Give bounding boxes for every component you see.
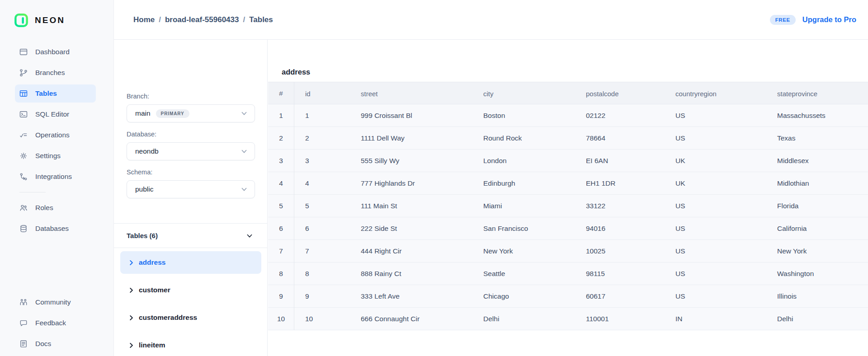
- database-select[interactable]: neondb: [127, 142, 255, 160]
- table-list: address customer customeraddress lineite…: [114, 251, 267, 356]
- column-header-street: street: [350, 90, 472, 98]
- sidebar-item-databases[interactable]: Databases: [15, 220, 96, 238]
- neon-logo-icon: [14, 14, 28, 27]
- table-row: 4 4 777 Highlands Dr Edinburgh EH1 1DR U…: [268, 172, 868, 195]
- cell-id: 1: [294, 112, 350, 120]
- cell-stateprovince: Delhi: [766, 315, 868, 323]
- database-icon: [19, 224, 28, 233]
- column-header-postalcode: postalcode: [575, 90, 665, 98]
- sidebar-item-community[interactable]: Community: [15, 293, 96, 311]
- cell-postalcode: 98115: [575, 270, 665, 278]
- table-list-item-customeraddress[interactable]: customeraddress: [120, 306, 261, 329]
- plan-badge: FREE: [770, 15, 796, 25]
- row-index: 2: [268, 127, 294, 150]
- chevron-right-icon: [128, 259, 135, 266]
- cell-id: 5: [294, 202, 350, 210]
- cell-countryregion: UK: [665, 157, 766, 165]
- database-label: Database:: [127, 131, 255, 139]
- page-title: address: [282, 68, 868, 79]
- sidebar-item-integrations[interactable]: Integrations: [15, 168, 96, 186]
- sidebar-item-roles[interactable]: Roles: [15, 199, 96, 217]
- cell-city: Chicago: [472, 292, 575, 300]
- sidebar-item-feedback[interactable]: Feedback: [15, 314, 96, 332]
- table-list-item-address[interactable]: address: [120, 251, 261, 274]
- sidebar-footer: Community Feedback Docs: [0, 292, 113, 356]
- sidebar-item-label: Branches: [35, 69, 65, 77]
- sidebar-divider: [19, 192, 46, 192]
- column-header-stateprovince: stateprovince: [766, 90, 868, 98]
- cell-street: 666 Connaught Cir: [350, 315, 472, 323]
- cell-stateprovince: New York: [766, 247, 868, 255]
- cell-id: 6: [294, 225, 350, 233]
- dashboard-icon: [19, 47, 28, 56]
- row-index: 7: [268, 240, 294, 262]
- cell-city: London: [472, 157, 575, 165]
- schema-value: public: [135, 185, 154, 193]
- cell-postalcode: EH1 1DR: [575, 179, 665, 187]
- primary-branch-badge: PRIMARY: [156, 109, 189, 118]
- table-list-item-lineitem[interactable]: lineitem: [120, 334, 261, 356]
- sidebar-item-sql-editor[interactable]: SQL Editor: [15, 105, 96, 123]
- row-index: 10: [268, 308, 294, 330]
- cell-stateprovince: Massachussets: [766, 112, 868, 120]
- top-header: Home / broad-leaf-55960433 / Tables FREE…: [114, 0, 868, 40]
- cell-postalcode: 33122: [575, 202, 665, 210]
- row-index: 3: [268, 150, 294, 172]
- breadcrumb-home[interactable]: Home: [133, 15, 155, 24]
- branch-label: Branch:: [127, 93, 255, 101]
- brand-wordmark: NEON: [35, 15, 65, 25]
- sidebar-item-operations[interactable]: Operations: [15, 126, 96, 144]
- sidebar-item-tables[interactable]: Tables: [15, 84, 96, 103]
- cell-city: Miami: [472, 202, 575, 210]
- table-list-item-customer[interactable]: customer: [120, 279, 261, 301]
- cell-countryregion: US: [665, 270, 766, 278]
- table-name: customer: [139, 286, 170, 294]
- chevron-down-icon: [240, 185, 248, 193]
- sidebar-item-dashboard[interactable]: Dashboard: [15, 43, 96, 61]
- database-value: neondb: [135, 147, 159, 155]
- cell-countryregion: US: [665, 134, 766, 142]
- table-row: 3 3 555 Silly Wy London EI 6AN UK Middle…: [268, 150, 868, 172]
- upgrade-to-pro-link[interactable]: Upgrade to Pro: [802, 15, 856, 24]
- breadcrumb-separator: /: [243, 15, 245, 24]
- table-row: 7 7 444 Right Cir New York 10025 US New …: [268, 240, 868, 262]
- cell-city: Edinburgh: [472, 179, 575, 187]
- row-index: 8: [268, 262, 294, 285]
- cell-stateprovince: Washington: [766, 270, 868, 278]
- branch-select[interactable]: main PRIMARY: [127, 104, 255, 122]
- gear-icon: [19, 151, 28, 160]
- sidebar-item-label: Tables: [35, 89, 57, 98]
- sidebar-item-label: Integrations: [35, 173, 72, 181]
- table-name: lineitem: [139, 341, 165, 349]
- tables-section-header[interactable]: Tables (6): [114, 223, 267, 248]
- table-row: 9 9 333 Left Ave Chicago 60617 US Illino…: [268, 285, 868, 308]
- column-header-index: #: [268, 82, 294, 105]
- speech-bubble-icon: [19, 319, 28, 328]
- sidebar-item-label: Community: [35, 298, 71, 306]
- table-row: 8 8 888 Rainy Ct Seattle 98115 US Washin…: [268, 262, 868, 285]
- row-index: 9: [268, 285, 294, 308]
- table-name: address: [139, 258, 165, 267]
- cell-id: 2: [294, 134, 350, 142]
- chevron-right-icon: [128, 314, 135, 321]
- cell-countryregion: US: [665, 112, 766, 120]
- cell-stateprovince: Middlesex: [766, 157, 868, 165]
- cell-city: San Francisco: [472, 225, 575, 233]
- neon-logo[interactable]: NEON: [14, 14, 113, 27]
- cell-city: Seattle: [472, 270, 575, 278]
- schema-select[interactable]: public: [127, 180, 255, 198]
- row-index: 1: [268, 104, 294, 127]
- breadcrumb-project[interactable]: broad-leaf-55960433: [165, 15, 239, 24]
- cell-countryregion: IN: [665, 315, 766, 323]
- terminal-icon: [19, 110, 28, 119]
- sidebar-item-branches[interactable]: Branches: [15, 64, 96, 82]
- topbar-right: FREE Upgrade to Pro: [770, 15, 856, 25]
- table-name: customeraddress: [139, 314, 197, 322]
- sidebar-item-settings[interactable]: Settings: [15, 147, 96, 165]
- cell-id: 8: [294, 270, 350, 278]
- cell-stateprovince: Texas: [766, 134, 868, 142]
- table-row: 6 6 222 Side St San Francisco 94016 US C…: [268, 217, 868, 240]
- cell-countryregion: US: [665, 225, 766, 233]
- sidebar-item-docs[interactable]: Docs: [15, 335, 96, 353]
- row-index: 4: [268, 172, 294, 195]
